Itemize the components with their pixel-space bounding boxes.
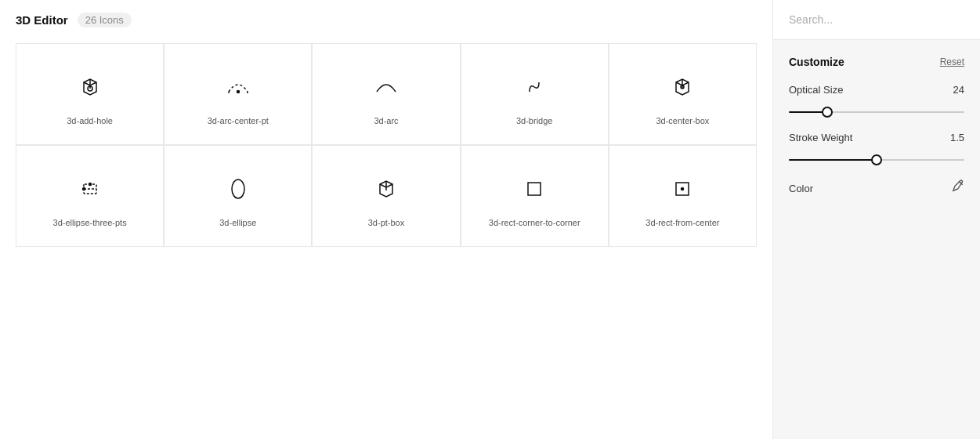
color-label: Color	[789, 183, 813, 194]
stroke-weight-label: Stroke Weight	[789, 132, 852, 143]
icon-count-badge: 26 Icons	[78, 13, 132, 27]
svg-point-7	[82, 187, 85, 190]
icon-cell-3d-ellipse[interactable]: 3d-ellipse	[164, 145, 312, 247]
icon-cell-3d-arc-center-pt[interactable]: 3d-arc-center-pt	[164, 43, 312, 145]
icon-cell-3d-pt-box[interactable]: 3d-pt-box	[312, 145, 460, 247]
eyedropper-icon[interactable]	[950, 180, 964, 197]
svg-point-9	[232, 180, 244, 198]
page-header: 3D Editor 26 Icons	[16, 13, 757, 27]
search-input[interactable]	[789, 13, 964, 26]
icon-cell-3d-bridge[interactable]: 3d-bridge	[461, 43, 609, 145]
icon-3d-pt-box	[367, 170, 405, 208]
icon-3d-center-box	[664, 68, 701, 106]
icon-label-3d-ellipse: 3d-ellipse	[219, 217, 256, 228]
svg-point-12	[682, 187, 684, 190]
svg-point-8	[89, 183, 91, 185]
stroke-weight-label-row: Stroke Weight 1.5	[789, 132, 964, 143]
icon-3d-arc	[367, 68, 405, 106]
icon-cell-3d-rect-corner-to-corner[interactable]: 3d-rect-corner-to-corner	[461, 145, 609, 247]
icon-3d-rect-corner-to-corner	[515, 170, 553, 208]
icon-3d-ellipse-three-pts	[71, 170, 109, 208]
icon-label-3d-add-hole: 3d-add-hole	[67, 115, 113, 126]
optical-size-value: 24	[953, 84, 964, 96]
icon-cell-3d-add-hole[interactable]: 3d-add-hole	[16, 43, 164, 145]
icon-label-3d-arc-center-pt: 3d-arc-center-pt	[208, 115, 269, 126]
search-area	[773, 0, 980, 40]
icon-cell-3d-center-box[interactable]: 3d-center-box	[609, 43, 757, 145]
icon-3d-rect-from-center	[664, 170, 701, 208]
svg-point-1	[237, 90, 239, 93]
page-title: 3D Editor	[16, 13, 68, 27]
reset-button[interactable]: Reset	[940, 56, 964, 67]
stroke-weight-control: Stroke Weight 1.5	[789, 132, 964, 164]
optical-size-slider[interactable]	[789, 111, 964, 113]
icon-label-3d-arc: 3d-arc	[374, 115, 398, 126]
optical-size-label: Optical Size	[789, 84, 843, 96]
icon-3d-ellipse	[219, 170, 257, 208]
icon-cell-3d-arc[interactable]: 3d-arc	[312, 43, 460, 145]
main-content: 3D Editor 26 Icons 3d-add-hole	[0, 0, 772, 439]
icon-label-3d-ellipse-three-pts: 3d-ellipse-three-pts	[53, 217, 127, 228]
icon-3d-arc-center-pt	[219, 68, 257, 106]
icon-label-3d-center-box: 3d-center-box	[656, 115, 709, 126]
icon-label-3d-rect-from-center: 3d-rect-from-center	[645, 217, 719, 228]
optical-size-control: Optical Size 24	[789, 84, 964, 116]
icon-cell-3d-ellipse-three-pts[interactable]: 3d-ellipse-three-pts	[16, 145, 164, 247]
icon-3d-add-hole	[71, 68, 109, 106]
icon-3d-bridge	[515, 68, 553, 106]
stroke-weight-slider[interactable]	[789, 159, 964, 161]
icon-label-3d-pt-box: 3d-pt-box	[368, 217, 404, 228]
optical-size-label-row: Optical Size 24	[789, 84, 964, 96]
stroke-weight-value: 1.5	[950, 132, 964, 143]
customize-panel: Customize Reset Optical Size 24 Stroke W…	[773, 40, 980, 439]
color-control: Color	[789, 180, 964, 197]
icon-label-3d-rect-corner-to-corner: 3d-rect-corner-to-corner	[489, 217, 580, 228]
customize-title: Customize	[789, 56, 844, 68]
icon-label-3d-bridge: 3d-bridge	[516, 115, 552, 126]
customize-header: Customize Reset	[789, 56, 964, 68]
svg-rect-10	[528, 183, 541, 195]
icon-cell-3d-rect-from-center[interactable]: 3d-rect-from-center	[609, 145, 757, 247]
sidebar: Customize Reset Optical Size 24 Stroke W…	[772, 0, 980, 439]
icon-grid: 3d-add-hole 3d-arc-center-pt 3d-arc	[16, 43, 757, 247]
